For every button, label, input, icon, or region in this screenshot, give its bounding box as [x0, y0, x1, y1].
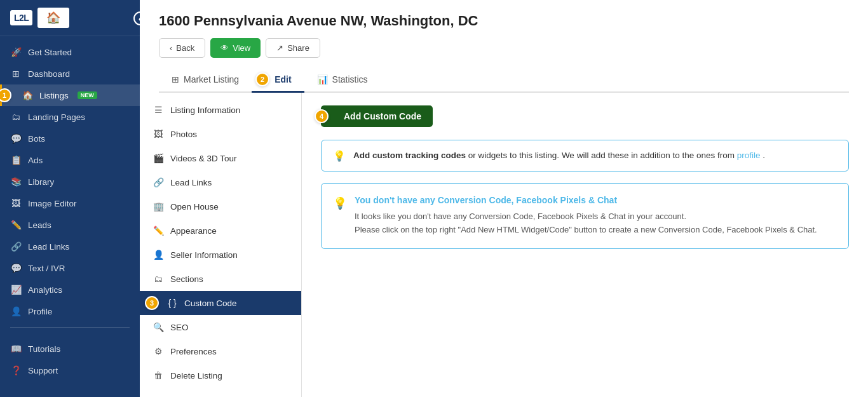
logo-l2l-text: L2L	[10, 10, 32, 25]
sidebar-item-get-started[interactable]: 🚀 Get Started	[0, 41, 140, 63]
sidebar-divider	[10, 327, 130, 328]
sub-item-lead-links[interactable]: 🔗 Lead Links	[140, 170, 301, 194]
dashboard-icon: ⊞	[10, 69, 22, 79]
sidebar-label-bots: Bots	[28, 134, 45, 144]
top-bar: 1600 Pennsylvania Avenue NW, Washington,…	[140, 0, 868, 58]
add-custom-code-button[interactable]: 4 Add Custom Code	[321, 105, 433, 127]
appearance-icon: ✏️	[153, 225, 164, 236]
sidebar-item-analytics[interactable]: 📈 Analytics	[0, 279, 140, 300]
sidebar-label-image-editor: Image Editor	[28, 199, 77, 208]
tabs-row: ⊞ Market Listing 2 Edit 📊 Statistics	[159, 68, 849, 93]
sub-sidebar: ☰ Listing Information 🖼 Photos 🎬 Videos …	[140, 93, 302, 397]
panel-header: 4 Add Custom Code	[321, 105, 849, 127]
page-title: 1600 Pennsylvania Avenue NW, Washington,…	[159, 13, 849, 29]
sidebar-label-library: Library	[28, 177, 54, 187]
warning-body: It looks like you don't have any Convers…	[355, 210, 817, 237]
step-3-badge: 3	[145, 296, 159, 310]
sidebar-label-analytics: Analytics	[28, 285, 62, 295]
sidebar-label-support: Support	[28, 366, 58, 375]
sidebar-item-ads[interactable]: 📋 Ads	[0, 149, 140, 171]
delete-listing-icon: 🗑	[153, 370, 164, 380]
sidebar-logo: L2L 🏠	[0, 0, 140, 36]
warning-title: You don't have any Conversion Code, Face…	[355, 195, 817, 205]
profile-icon: 👤	[10, 306, 22, 316]
lead-links-icon: 🔗	[10, 241, 22, 252]
sidebar-label-text-ivr: Text / IVR	[28, 264, 65, 273]
share-icon: ↗	[276, 43, 283, 53]
lead-links-sub-icon: 🔗	[153, 177, 164, 187]
sidebar: L2L 🏠 ❮ 🚀 Get Started ⊞ Dashboard 1 🏠 Li…	[0, 0, 140, 397]
listing-info-icon: ☰	[153, 105, 164, 115]
tab-edit[interactable]: 2 Edit	[252, 68, 304, 93]
listings-icon: 🏠	[22, 90, 33, 100]
sub-item-delete-listing[interactable]: 🗑 Delete Listing	[140, 363, 301, 387]
sub-item-videos-3d-tour[interactable]: 🎬 Videos & 3D Tour	[140, 146, 301, 170]
step-4-badge: 4	[315, 109, 329, 123]
sidebar-label-profile: Profile	[28, 307, 52, 316]
view-button[interactable]: 👁 View	[210, 38, 261, 58]
sub-item-preferences[interactable]: ⚙ Preferences	[140, 339, 301, 363]
custom-code-icon: { }	[166, 298, 178, 308]
videos-icon: 🎬	[153, 153, 164, 163]
sub-item-seller-information[interactable]: 👤 Seller Information	[140, 243, 301, 267]
sidebar-item-leads[interactable]: ✏️ Leads	[0, 214, 140, 236]
sidebar-item-support[interactable]: ❓ Support	[0, 360, 140, 381]
support-icon: ❓	[10, 365, 22, 375]
sections-icon: 🗂	[153, 274, 164, 284]
top-actions: ‹ Back 👁 View ↗ Share	[159, 38, 849, 58]
market-listing-icon: ⊞	[172, 74, 179, 84]
photos-icon: 🖼	[153, 129, 164, 139]
sidebar-item-image-editor[interactable]: 🖼 Image Editor	[0, 192, 140, 214]
library-icon: 📚	[10, 177, 22, 187]
content-area: ☰ Listing Information 🖼 Photos 🎬 Videos …	[140, 93, 868, 397]
listings-new-badge: NEW	[78, 91, 97, 99]
sidebar-item-listings[interactable]: 1 🏠 Listings NEW	[0, 84, 140, 106]
statistics-icon: 📊	[317, 74, 328, 84]
step-2-badge: 2	[255, 72, 269, 86]
back-chevron-icon: ‹	[170, 43, 172, 53]
image-editor-icon: 🖼	[10, 198, 22, 208]
info-box: 💡 Add custom tracking codes or widgets t…	[321, 140, 849, 172]
landing-pages-icon: 🗂	[10, 112, 22, 122]
sidebar-label-dashboard: Dashboard	[28, 69, 70, 79]
seller-info-icon: 👤	[153, 250, 164, 260]
info-bulb-icon: 💡	[333, 150, 346, 162]
sidebar-label-landing-pages: Landing Pages	[28, 112, 85, 122]
sidebar-item-library[interactable]: 📚 Library	[0, 171, 140, 192]
tutorials-icon: 📖	[10, 344, 22, 354]
sidebar-item-landing-pages[interactable]: 🗂 Landing Pages	[0, 106, 140, 128]
sidebar-item-profile[interactable]: 👤 Profile	[0, 300, 140, 322]
sidebar-item-dashboard[interactable]: ⊞ Dashboard	[0, 63, 140, 84]
sidebar-nav: 🚀 Get Started ⊞ Dashboard 1 🏠 Listings N…	[0, 36, 140, 397]
ads-icon: 📋	[10, 155, 22, 165]
sidebar-label-leads: Leads	[28, 220, 51, 230]
warning-box: 💡 You don't have any Conversion Code, Fa…	[321, 183, 849, 249]
sub-item-appearance[interactable]: ✏️ Appearance	[140, 219, 301, 243]
sub-item-sections[interactable]: 🗂 Sections	[140, 267, 301, 291]
info-text: Add custom tracking codes or widgets to …	[353, 149, 765, 162]
open-house-icon: 🏢	[153, 201, 164, 212]
tab-statistics[interactable]: 📊 Statistics	[304, 68, 381, 93]
seo-icon: 🔍	[153, 322, 164, 332]
sub-item-photos[interactable]: 🖼 Photos	[140, 122, 301, 146]
profile-link[interactable]: profile	[737, 151, 761, 160]
sidebar-bottom: 📖 Tutorials ❓ Support	[0, 333, 140, 391]
sidebar-item-lead-links[interactable]: 🔗 Lead Links	[0, 236, 140, 257]
sidebar-label-lead-links: Lead Links	[28, 242, 69, 252]
sidebar-item-tutorials[interactable]: 📖 Tutorials	[0, 338, 140, 360]
preferences-icon: ⚙	[153, 346, 164, 356]
sub-item-custom-code[interactable]: 3 { } Custom Code	[140, 291, 301, 315]
sub-item-listing-information[interactable]: ☰ Listing Information	[140, 98, 301, 122]
logo-house-icon: 🏠	[37, 8, 69, 28]
bots-icon: 💬	[10, 133, 22, 144]
back-button[interactable]: ‹ Back	[159, 38, 205, 58]
sidebar-item-bots[interactable]: 💬 Bots	[0, 128, 140, 149]
analytics-icon: 📈	[10, 285, 22, 295]
view-eye-icon: 👁	[220, 43, 229, 53]
sub-item-seo[interactable]: 🔍 SEO	[140, 315, 301, 339]
share-button[interactable]: ↗ Share	[266, 38, 320, 58]
step-1-badge: 1	[0, 88, 11, 102]
sidebar-item-text-ivr[interactable]: 💬 Text / IVR	[0, 257, 140, 279]
tab-market-listing[interactable]: ⊞ Market Listing	[159, 68, 252, 93]
sub-item-open-house[interactable]: 🏢 Open House	[140, 194, 301, 219]
